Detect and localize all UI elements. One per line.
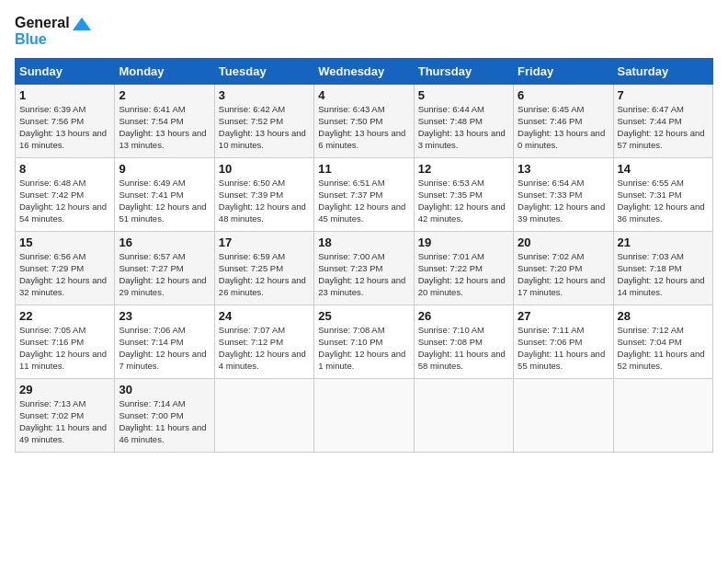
calendar-cell — [514, 379, 613, 453]
calendar-cell: 19 Sunrise: 7:01 AMSunset: 7:22 PMDaylig… — [414, 232, 513, 305]
weekday-header: Wednesday — [314, 59, 414, 85]
calendar-row: 29 Sunrise: 7:13 AMSunset: 7:02 PMDaylig… — [16, 379, 713, 453]
cell-details: Sunrise: 6:55 AMSunset: 7:31 PMDaylight:… — [618, 178, 709, 224]
cell-details: Sunrise: 6:56 AMSunset: 7:29 PMDaylight:… — [19, 251, 110, 298]
cell-details: Sunrise: 7:11 AMSunset: 7:06 PMDaylight:… — [518, 325, 609, 372]
cell-details: Sunrise: 6:42 AMSunset: 7:52 PMDaylight:… — [219, 104, 310, 151]
cell-details: Sunrise: 6:49 AMSunset: 7:41 PMDaylight:… — [119, 178, 210, 224]
calendar-cell: 17 Sunrise: 6:59 AMSunset: 7:25 PMDaylig… — [214, 232, 313, 305]
calendar-row: 15 Sunrise: 6:56 AMSunset: 7:29 PMDaylig… — [16, 232, 713, 305]
cell-details: Sunrise: 7:13 AMSunset: 7:02 PMDaylight:… — [19, 398, 110, 445]
day-number: 22 — [19, 309, 110, 323]
cell-details: Sunrise: 6:39 AMSunset: 7:56 PMDaylight:… — [19, 104, 110, 151]
day-number: 2 — [119, 88, 210, 102]
weekday-header: Friday — [514, 59, 613, 85]
cell-details: Sunrise: 7:00 AMSunset: 7:23 PMDaylight:… — [318, 251, 409, 298]
calendar-cell: 15 Sunrise: 6:56 AMSunset: 7:29 PMDaylig… — [16, 232, 115, 305]
cell-details: Sunrise: 7:07 AMSunset: 7:12 PMDaylight:… — [219, 325, 310, 372]
calendar-row: 8 Sunrise: 6:48 AMSunset: 7:42 PMDayligh… — [16, 158, 713, 232]
calendar-cell — [414, 379, 513, 453]
day-number: 23 — [119, 309, 210, 323]
cell-details: Sunrise: 6:53 AMSunset: 7:35 PMDaylight:… — [418, 178, 509, 224]
cell-details: Sunrise: 6:51 AMSunset: 7:37 PMDaylight:… — [318, 178, 409, 224]
calendar-cell: 16 Sunrise: 6:57 AMSunset: 7:27 PMDaylig… — [115, 232, 214, 305]
calendar-cell: 21 Sunrise: 7:03 AMSunset: 7:18 PMDaylig… — [613, 232, 712, 305]
calendar-cell: 27 Sunrise: 7:11 AMSunset: 7:06 PMDaylig… — [514, 305, 613, 379]
cell-details: Sunrise: 7:02 AMSunset: 7:20 PMDaylight:… — [518, 251, 609, 298]
calendar-cell: 22 Sunrise: 7:05 AMSunset: 7:16 PMDaylig… — [16, 305, 115, 379]
calendar-cell: 6 Sunrise: 6:45 AMSunset: 7:46 PMDayligh… — [514, 85, 613, 158]
calendar-cell: 8 Sunrise: 6:48 AMSunset: 7:42 PMDayligh… — [16, 158, 115, 232]
page-header: General Blue — [15, 15, 713, 47]
day-number: 13 — [518, 162, 609, 176]
calendar-cell: 28 Sunrise: 7:12 AMSunset: 7:04 PMDaylig… — [613, 305, 712, 379]
day-number: 19 — [418, 236, 509, 249]
calendar-cell: 30 Sunrise: 7:14 AMSunset: 7:00 PMDaylig… — [115, 379, 214, 453]
calendar-row: 1 Sunrise: 6:39 AMSunset: 7:56 PMDayligh… — [16, 85, 713, 158]
calendar-cell: 20 Sunrise: 7:02 AMSunset: 7:20 PMDaylig… — [514, 232, 613, 305]
cell-details: Sunrise: 6:43 AMSunset: 7:50 PMDaylight:… — [318, 104, 409, 151]
day-number: 20 — [518, 236, 609, 249]
day-number: 25 — [318, 309, 409, 323]
cell-details: Sunrise: 6:45 AMSunset: 7:46 PMDaylight:… — [518, 104, 609, 151]
calendar-cell: 14 Sunrise: 6:55 AMSunset: 7:31 PMDaylig… — [613, 158, 712, 232]
day-number: 8 — [19, 162, 110, 176]
day-number: 28 — [618, 309, 709, 323]
calendar-cell: 25 Sunrise: 7:08 AMSunset: 7:10 PMDaylig… — [314, 305, 414, 379]
calendar-cell: 11 Sunrise: 6:51 AMSunset: 7:37 PMDaylig… — [314, 158, 414, 232]
cell-details: Sunrise: 6:41 AMSunset: 7:54 PMDaylight:… — [119, 104, 210, 151]
calendar-header: SundayMondayTuesdayWednesdayThursdayFrid… — [16, 59, 713, 85]
calendar-cell — [613, 379, 712, 453]
day-number: 21 — [618, 236, 709, 249]
weekday-header: Thursday — [414, 59, 513, 85]
weekday-header: Monday — [115, 59, 214, 85]
calendar-table: SundayMondayTuesdayWednesdayThursdayFrid… — [15, 58, 713, 453]
logo-blue: Blue — [15, 31, 91, 48]
calendar-cell: 3 Sunrise: 6:42 AMSunset: 7:52 PMDayligh… — [214, 85, 313, 158]
cell-details: Sunrise: 6:59 AMSunset: 7:25 PMDaylight:… — [219, 251, 310, 298]
day-number: 9 — [119, 162, 210, 176]
calendar-cell: 26 Sunrise: 7:10 AMSunset: 7:08 PMDaylig… — [414, 305, 513, 379]
calendar-cell — [314, 379, 414, 453]
day-number: 17 — [219, 236, 310, 249]
day-number: 15 — [19, 236, 110, 249]
day-number: 16 — [119, 236, 210, 249]
calendar-row: 22 Sunrise: 7:05 AMSunset: 7:16 PMDaylig… — [16, 305, 713, 379]
calendar-cell: 24 Sunrise: 7:07 AMSunset: 7:12 PMDaylig… — [214, 305, 313, 379]
cell-details: Sunrise: 6:48 AMSunset: 7:42 PMDaylight:… — [19, 178, 110, 224]
cell-details: Sunrise: 6:44 AMSunset: 7:48 PMDaylight:… — [418, 104, 509, 151]
day-number: 1 — [19, 88, 110, 102]
day-number: 10 — [219, 162, 310, 176]
day-number: 27 — [518, 309, 609, 323]
cell-details: Sunrise: 7:08 AMSunset: 7:10 PMDaylight:… — [318, 325, 409, 372]
cell-details: Sunrise: 7:12 AMSunset: 7:04 PMDaylight:… — [618, 325, 709, 372]
weekday-header: Tuesday — [214, 59, 313, 85]
calendar-cell: 29 Sunrise: 7:13 AMSunset: 7:02 PMDaylig… — [16, 379, 115, 453]
cell-details: Sunrise: 7:10 AMSunset: 7:08 PMDaylight:… — [418, 325, 509, 372]
weekday-header: Saturday — [613, 59, 712, 85]
calendar-cell: 1 Sunrise: 6:39 AMSunset: 7:56 PMDayligh… — [16, 85, 115, 158]
day-number: 3 — [219, 88, 310, 102]
day-number: 6 — [518, 88, 609, 102]
day-number: 26 — [418, 309, 509, 323]
calendar-cell — [214, 379, 313, 453]
calendar-cell: 13 Sunrise: 6:54 AMSunset: 7:33 PMDaylig… — [514, 158, 613, 232]
cell-details: Sunrise: 6:54 AMSunset: 7:33 PMDaylight:… — [518, 178, 609, 224]
cell-details: Sunrise: 6:47 AMSunset: 7:44 PMDaylight:… — [618, 104, 709, 151]
weekday-header: Sunday — [16, 59, 115, 85]
calendar-cell: 23 Sunrise: 7:06 AMSunset: 7:14 PMDaylig… — [115, 305, 214, 379]
cell-details: Sunrise: 6:57 AMSunset: 7:27 PMDaylight:… — [119, 251, 210, 298]
calendar-cell: 12 Sunrise: 6:53 AMSunset: 7:35 PMDaylig… — [414, 158, 513, 232]
day-number: 5 — [418, 88, 509, 102]
day-number: 29 — [19, 383, 110, 396]
day-number: 18 — [318, 236, 409, 249]
day-number: 12 — [418, 162, 509, 176]
cell-details: Sunrise: 7:05 AMSunset: 7:16 PMDaylight:… — [19, 325, 110, 372]
day-number: 30 — [119, 383, 210, 396]
calendar-cell: 7 Sunrise: 6:47 AMSunset: 7:44 PMDayligh… — [613, 85, 712, 158]
cell-details: Sunrise: 6:50 AMSunset: 7:39 PMDaylight:… — [219, 178, 310, 224]
day-number: 24 — [219, 309, 310, 323]
cell-details: Sunrise: 7:14 AMSunset: 7:00 PMDaylight:… — [119, 398, 210, 445]
calendar-cell: 9 Sunrise: 6:49 AMSunset: 7:41 PMDayligh… — [115, 158, 214, 232]
day-number: 7 — [618, 88, 709, 102]
